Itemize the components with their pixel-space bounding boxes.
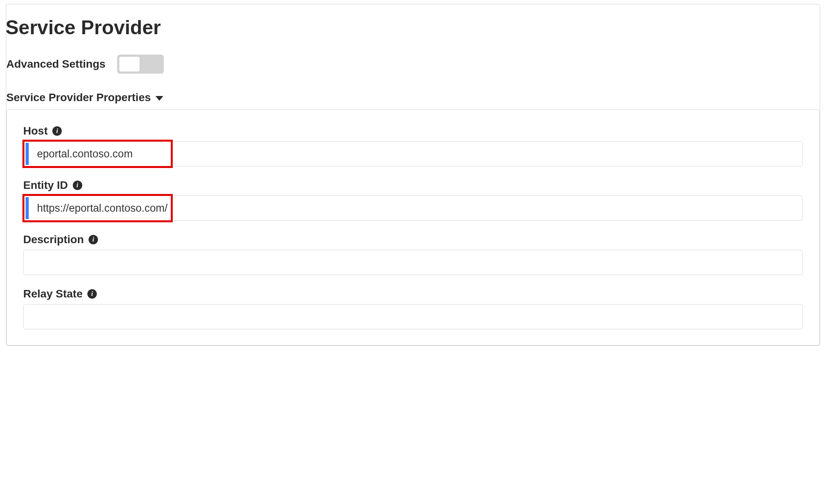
properties-panel: Host i Entity ID i Description xyxy=(6,109,820,345)
relay-state-label-row: Relay State i xyxy=(23,288,803,300)
entity-id-label-row: Entity ID i xyxy=(23,179,803,192)
entity-id-label: Entity ID xyxy=(23,179,68,192)
relay-state-input-wrap xyxy=(23,304,803,329)
field-host: Host i xyxy=(23,125,803,166)
info-icon[interactable]: i xyxy=(87,289,97,299)
description-input-wrap xyxy=(23,250,803,275)
page-container: Service Provider Advanced Settings Servi… xyxy=(6,4,820,346)
info-icon[interactable]: i xyxy=(73,181,82,190)
host-label: Host xyxy=(23,125,48,137)
toggle-knob xyxy=(119,56,140,72)
field-description: Description i xyxy=(23,233,803,275)
advanced-settings-row: Advanced Settings xyxy=(6,55,820,74)
info-icon[interactable]: i xyxy=(89,235,98,244)
page-title: Service Provider xyxy=(6,16,820,55)
relay-state-label: Relay State xyxy=(23,288,83,300)
entity-id-input[interactable] xyxy=(23,196,803,221)
section-title: Service Provider Properties xyxy=(6,91,151,104)
field-relay-state: Relay State i xyxy=(23,288,803,329)
advanced-settings-toggle[interactable] xyxy=(117,55,164,74)
advanced-settings-label: Advanced Settings xyxy=(6,58,105,70)
description-input[interactable] xyxy=(23,250,803,275)
accent-bar xyxy=(26,143,29,165)
section-header[interactable]: Service Provider Properties xyxy=(6,91,820,104)
description-label-row: Description i xyxy=(23,233,803,246)
description-label: Description xyxy=(23,233,84,246)
accent-bar xyxy=(26,197,29,219)
relay-state-input[interactable] xyxy=(23,304,803,329)
host-input[interactable] xyxy=(23,141,803,166)
info-icon[interactable]: i xyxy=(52,126,62,136)
host-label-row: Host i xyxy=(23,125,803,137)
field-entity-id: Entity ID i xyxy=(23,179,803,221)
chevron-down-icon xyxy=(155,96,163,101)
entity-id-input-wrap xyxy=(23,196,803,221)
host-input-wrap xyxy=(23,141,803,166)
